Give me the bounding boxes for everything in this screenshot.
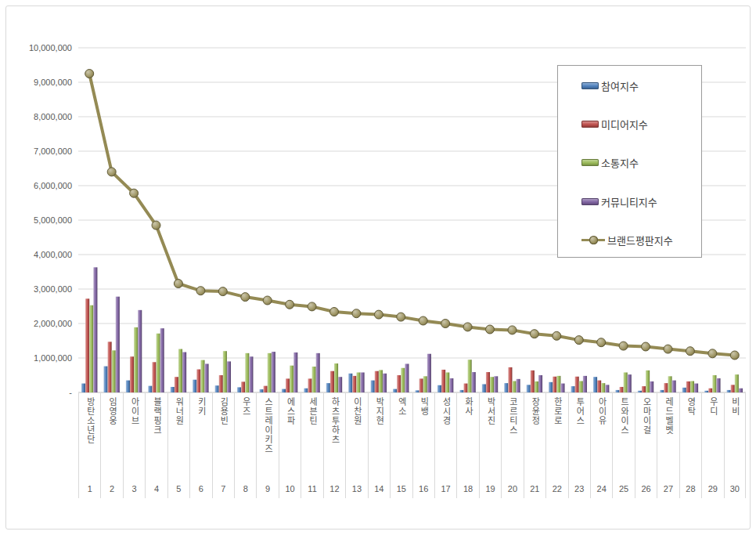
line-marker [441, 320, 450, 328]
legend-swatch-communication [581, 159, 599, 166]
bar [204, 363, 208, 392]
line-marker [352, 309, 361, 318]
bar [672, 381, 676, 392]
bar [130, 356, 134, 392]
bar [615, 390, 619, 392]
bar [178, 349, 182, 392]
y-axis-label: 10,000,000 [29, 43, 72, 52]
bar [348, 374, 352, 392]
legend-label: 미디어지수 [601, 117, 648, 132]
bar [171, 387, 175, 392]
line-marker [85, 70, 94, 78]
bar [293, 352, 297, 392]
bar [85, 298, 89, 392]
bar [553, 377, 556, 392]
legend-label: 브랜드평판지수 [607, 233, 673, 248]
legend-label: 소통지수 [601, 155, 639, 170]
bar [531, 371, 535, 392]
bar [716, 378, 720, 392]
legend-swatch-line [581, 236, 605, 244]
chart-page: -1,000,0002,000,0003,000,0004,000,0005,0… [0, 0, 756, 535]
bar [494, 376, 498, 392]
bar [81, 384, 85, 392]
line-marker [374, 310, 383, 319]
bar [249, 356, 253, 392]
bar [650, 381, 653, 392]
bar [334, 363, 338, 392]
bar [664, 383, 668, 392]
bar [449, 378, 453, 392]
bar [356, 372, 360, 392]
line-marker [553, 331, 561, 340]
bar [512, 381, 516, 392]
line-marker [196, 287, 205, 295]
bar [419, 378, 423, 392]
bar [330, 371, 334, 392]
bar [93, 267, 97, 392]
bar [416, 390, 419, 392]
bar [361, 372, 365, 392]
bar [89, 305, 93, 392]
line-marker [463, 323, 472, 331]
bar [508, 367, 512, 392]
legend-item-brand-index: 브랜드평판지수 [581, 232, 673, 248]
bar [259, 389, 263, 392]
bar [660, 390, 664, 392]
bar [423, 376, 427, 392]
bar [383, 374, 387, 392]
bar [157, 334, 160, 392]
bar [459, 390, 463, 392]
bar [583, 376, 587, 392]
bar [468, 360, 472, 392]
bar [379, 370, 383, 392]
legend-item-participation: 참여지수 [581, 78, 639, 93]
bar [624, 372, 628, 392]
bar [620, 387, 624, 392]
bar [200, 360, 204, 392]
bar [535, 381, 538, 392]
bar [304, 389, 308, 392]
bar [646, 371, 650, 392]
bar [571, 386, 575, 392]
line-marker [508, 326, 517, 334]
bar [605, 385, 609, 392]
y-axis-label: 7,000,000 [34, 146, 72, 156]
bar [708, 389, 712, 392]
line-marker [530, 330, 538, 338]
bar [112, 350, 116, 392]
line-marker [664, 345, 672, 353]
bar [338, 377, 342, 392]
bar [712, 375, 716, 392]
bar [628, 374, 632, 392]
bar [405, 363, 409, 392]
line-marker [419, 316, 427, 325]
bar [103, 367, 107, 392]
bar [290, 366, 293, 392]
bar [504, 383, 508, 392]
line-marker [619, 342, 628, 350]
bar [245, 353, 249, 392]
bar [215, 385, 219, 392]
line-marker [686, 347, 694, 356]
line-marker [174, 280, 182, 288]
bar [482, 384, 486, 392]
bar [690, 381, 694, 392]
bar [108, 342, 112, 392]
bar [138, 310, 142, 392]
bar [397, 375, 401, 392]
bar [556, 376, 560, 392]
bar [638, 391, 642, 392]
bar [219, 375, 223, 392]
line-marker [263, 296, 272, 305]
bar [393, 389, 397, 392]
bar [227, 361, 231, 392]
bar [486, 372, 490, 392]
line-marker [397, 313, 405, 321]
bar [549, 382, 553, 392]
bar [264, 386, 268, 392]
line-marker [574, 336, 583, 345]
bar [160, 328, 164, 392]
bar [727, 390, 731, 392]
bar [445, 372, 449, 392]
bar [148, 386, 152, 392]
